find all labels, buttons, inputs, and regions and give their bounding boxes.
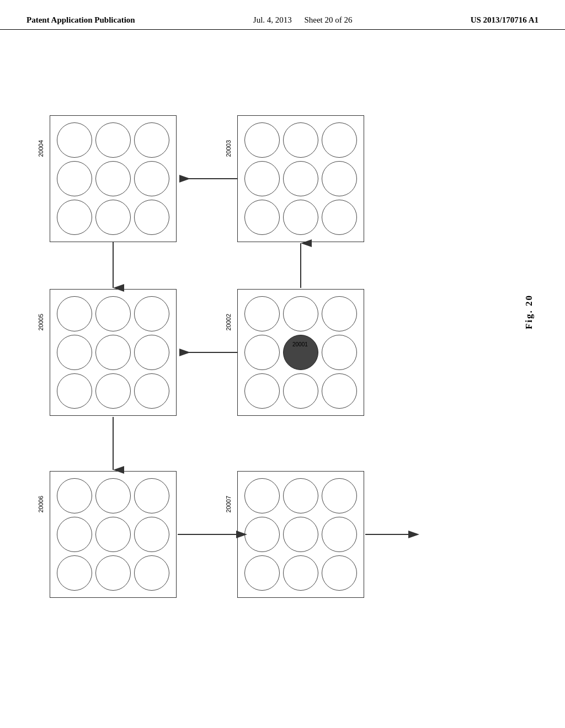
circle xyxy=(244,296,280,331)
circle xyxy=(283,161,318,196)
circle xyxy=(95,555,131,591)
patent-number: US 2013/170716 A1 xyxy=(471,15,539,25)
circle xyxy=(134,517,169,552)
circle xyxy=(57,296,92,331)
circle xyxy=(283,122,318,158)
circle xyxy=(244,335,280,370)
circle xyxy=(95,296,131,331)
circle xyxy=(244,161,280,196)
circle xyxy=(283,478,318,513)
box-20005 xyxy=(50,289,177,416)
circle xyxy=(95,478,131,513)
circle xyxy=(57,335,92,370)
circle xyxy=(95,122,131,158)
circle xyxy=(322,200,357,235)
circle xyxy=(322,296,357,331)
diagram-area: 20004 20003 20005 20002 xyxy=(0,30,565,719)
header-center: Jul. 4, 2013 Sheet 20 of 26 xyxy=(253,15,353,25)
circle xyxy=(57,161,92,196)
publication-date: Jul. 4, 2013 xyxy=(253,15,292,24)
box-20003 xyxy=(237,115,364,242)
circle xyxy=(283,517,318,552)
circle xyxy=(57,478,92,513)
circle xyxy=(57,517,92,552)
circle xyxy=(322,122,357,158)
circle xyxy=(283,296,318,331)
circle xyxy=(244,122,280,158)
circle xyxy=(244,478,280,513)
box-20007 xyxy=(237,471,364,598)
sheet-info: Sheet 20 of 26 xyxy=(304,15,352,24)
label-20004: 20004 xyxy=(38,140,44,157)
circle xyxy=(95,517,131,552)
circle xyxy=(57,373,92,409)
circle xyxy=(95,200,131,235)
box-20006 xyxy=(50,471,177,598)
circle xyxy=(57,122,92,158)
circle-20001 xyxy=(283,335,318,370)
label-20006: 20006 xyxy=(38,496,44,513)
box-20002 xyxy=(237,289,364,416)
label-20005: 20005 xyxy=(38,314,44,331)
circle xyxy=(322,335,357,370)
circle xyxy=(95,335,131,370)
circle xyxy=(134,335,169,370)
circle xyxy=(283,373,318,409)
page-header: Patent Application Publication Jul. 4, 2… xyxy=(0,0,565,30)
box-20004 xyxy=(50,115,177,242)
circle xyxy=(283,200,318,235)
circle xyxy=(134,122,169,158)
label-20002: 20002 xyxy=(225,314,232,331)
circle xyxy=(322,373,357,409)
circle xyxy=(322,478,357,513)
circle xyxy=(283,555,318,591)
label-20007: 20007 xyxy=(225,496,232,513)
circle xyxy=(57,555,92,591)
circle xyxy=(134,373,169,409)
circle xyxy=(322,555,357,591)
figure-label: Fig. 20 xyxy=(524,295,535,329)
circle xyxy=(57,200,92,235)
label-20003: 20003 xyxy=(225,140,232,157)
circle xyxy=(244,200,280,235)
circle xyxy=(244,555,280,591)
circle xyxy=(322,517,357,552)
circle xyxy=(134,296,169,331)
circle xyxy=(322,161,357,196)
publication-title: Patent Application Publication xyxy=(26,15,135,25)
circle xyxy=(244,517,280,552)
circle xyxy=(134,478,169,513)
circle xyxy=(95,161,131,196)
circle xyxy=(134,200,169,235)
circle xyxy=(95,373,131,409)
circle xyxy=(134,555,169,591)
circle xyxy=(134,161,169,196)
circle xyxy=(244,373,280,409)
node-label-20001: 20001 xyxy=(292,341,308,347)
